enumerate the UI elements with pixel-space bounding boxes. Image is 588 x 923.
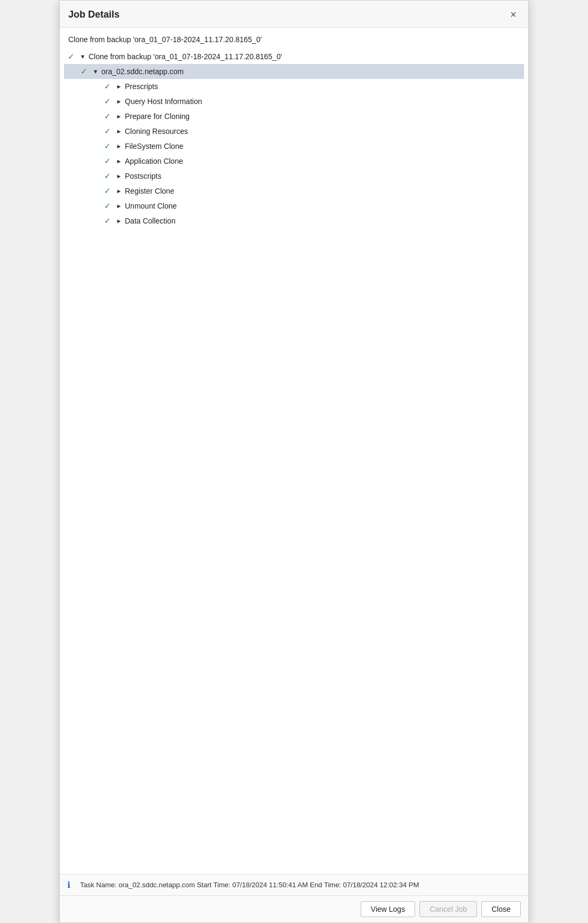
- expand-arrow-item-6[interactable]: ►: [115, 173, 123, 179]
- job-details-dialog: Job Details × Clone from backup 'ora_01_…: [59, 0, 529, 923]
- expand-arrow-item-2[interactable]: ►: [115, 113, 123, 120]
- expand-arrow-item-5[interactable]: ►: [115, 158, 123, 164]
- tree-item-row[interactable]: ✓►Register Clone: [64, 184, 524, 198]
- expand-arrow-item-0[interactable]: ►: [115, 83, 123, 90]
- expand-arrow-item-3[interactable]: ►: [115, 128, 123, 134]
- dialog-body: ✓ ▼ Clone from backup 'ora_01_07-18-2024…: [60, 49, 528, 874]
- dialog-title: Job Details: [68, 9, 120, 20]
- tree-items: ✓►Prescripts✓►Query Host Information✓►Pr…: [64, 79, 524, 228]
- item-label-9: Data Collection: [125, 217, 176, 225]
- item-label-0: Prescripts: [125, 82, 158, 91]
- tree-item-row[interactable]: ✓►Unmount Clone: [64, 198, 524, 213]
- tree-item-row[interactable]: ✓►Prescripts: [64, 79, 524, 94]
- root-label: Clone from backup 'ora_01_07-18-2024_11.…: [89, 52, 282, 61]
- expand-arrow-item-9[interactable]: ►: [115, 218, 123, 224]
- item-label-8: Unmount Clone: [125, 202, 177, 210]
- view-logs-button[interactable]: View Logs: [361, 901, 415, 917]
- tree-root-row[interactable]: ✓ ▼ Clone from backup 'ora_01_07-18-2024…: [64, 49, 524, 64]
- item-label-4: FileSystem Clone: [125, 142, 184, 150]
- check-icon-item-7: ✓: [102, 186, 112, 196]
- tree-item-row[interactable]: ✓►Data Collection: [64, 213, 524, 228]
- check-icon-item-3: ✓: [102, 126, 112, 136]
- check-icon-root: ✓: [66, 52, 76, 61]
- check-icon-item-9: ✓: [102, 216, 112, 226]
- check-icon-item-4: ✓: [102, 141, 112, 151]
- expand-arrow-item-1[interactable]: ►: [115, 98, 123, 105]
- dialog-header: Job Details ×: [60, 1, 528, 28]
- check-icon-host: ✓: [79, 67, 89, 76]
- tree-item-row[interactable]: ✓►Postscripts: [64, 169, 524, 184]
- cancel-job-button[interactable]: Cancel Job: [419, 901, 477, 917]
- close-icon[interactable]: ×: [507, 8, 520, 21]
- close-button[interactable]: Close: [481, 901, 521, 917]
- task-info-text: Task Name: ora_02.sddc.netapp.com Start …: [80, 881, 419, 889]
- dialog-subtitle: Clone from backup 'ora_01_07-18-2024_11.…: [60, 28, 528, 49]
- expand-arrow-item-8[interactable]: ►: [115, 203, 123, 209]
- tree-container: ✓ ▼ Clone from backup 'ora_01_07-18-2024…: [60, 49, 528, 228]
- expand-arrow-item-4[interactable]: ►: [115, 143, 123, 149]
- tree-host-row[interactable]: ✓ ▼ ora_02.sddc.netapp.com: [64, 64, 524, 79]
- footer-buttons: View Logs Cancel Job Close: [60, 895, 528, 922]
- info-icon: ℹ: [67, 880, 77, 890]
- item-label-6: Postscripts: [125, 172, 161, 180]
- check-icon-item-0: ✓: [102, 82, 112, 91]
- item-label-7: Register Clone: [125, 187, 174, 195]
- expand-arrow-item-7[interactable]: ►: [115, 188, 123, 194]
- check-icon-item-1: ✓: [102, 97, 112, 106]
- item-label-1: Query Host Information: [125, 97, 202, 106]
- tree-item-row[interactable]: ✓►Query Host Information: [64, 94, 524, 109]
- check-icon-item-5: ✓: [102, 156, 112, 166]
- check-icon-item-2: ✓: [102, 112, 112, 121]
- item-label-2: Prepare for Cloning: [125, 112, 189, 121]
- footer-info: ℹ Task Name: ora_02.sddc.netapp.com Star…: [60, 874, 528, 895]
- tree-item-row[interactable]: ✓►Prepare for Cloning: [64, 109, 524, 124]
- tree-item-row[interactable]: ✓►Cloning Resources: [64, 124, 524, 139]
- check-icon-item-8: ✓: [102, 201, 112, 211]
- expand-arrow-root[interactable]: ▼: [79, 53, 86, 60]
- check-icon-item-6: ✓: [102, 171, 112, 181]
- item-label-5: Application Clone: [125, 157, 183, 165]
- expand-arrow-host[interactable]: ▼: [92, 68, 99, 75]
- tree-item-row[interactable]: ✓►FileSystem Clone: [64, 139, 524, 154]
- item-label-3: Cloning Resources: [125, 127, 188, 136]
- tree-item-row[interactable]: ✓►Application Clone: [64, 154, 524, 169]
- host-label: ora_02.sddc.netapp.com: [101, 67, 184, 76]
